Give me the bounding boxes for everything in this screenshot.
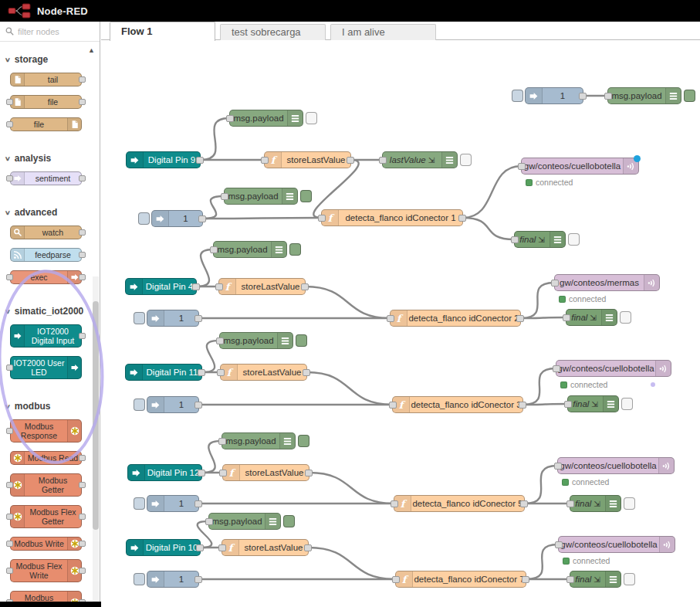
node-final[interactable]: final⇲ bbox=[570, 571, 621, 588]
debug-toggle-button[interactable] bbox=[298, 435, 309, 447]
debug-toggle-button[interactable] bbox=[460, 154, 472, 166]
input-port[interactable] bbox=[261, 157, 269, 164]
output-port[interactable] bbox=[79, 333, 86, 339]
node-digital-pin-11[interactable]: Digital Pin 11 bbox=[125, 364, 202, 381]
wire-df3-fn3[interactable] bbox=[523, 404, 567, 405]
node-gw-conteos-cuellobotella[interactable]: gw/conteos/cuellobotellaconnected bbox=[521, 158, 639, 175]
node-detecta-flanco-idconector-3[interactable]: fdetecta_flanco idConector 3 bbox=[392, 396, 523, 413]
node-1[interactable]: 1 bbox=[147, 495, 199, 512]
wire-inj1-df1[interactable] bbox=[203, 218, 321, 219]
palette-node-iot2000-user-led[interactable]: IOT2000 User LED bbox=[10, 356, 82, 379]
node-1[interactable]: 1 bbox=[147, 396, 199, 413]
scroll-up-icon[interactable]: ▲ bbox=[88, 46, 95, 54]
wire-slv5-df7[interactable] bbox=[309, 548, 395, 579]
output-port[interactable] bbox=[579, 93, 587, 100]
node-msg-payload[interactable]: msg.payload bbox=[224, 188, 298, 205]
debug-toggle-button[interactable] bbox=[306, 112, 317, 124]
tab-i-am-alive[interactable]: I am alive bbox=[330, 24, 436, 40]
palette-category-advanced[interactable]: ∨advanced bbox=[0, 205, 93, 219]
input-port[interactable] bbox=[6, 428, 13, 434]
input-port[interactable] bbox=[566, 576, 574, 583]
input-port[interactable] bbox=[6, 274, 13, 280]
inject-button[interactable] bbox=[134, 497, 145, 510]
output-port[interactable] bbox=[303, 369, 310, 376]
node-storelastvalue[interactable]: fstoreLastValue bbox=[264, 151, 351, 168]
node-final[interactable]: final⇲ bbox=[567, 395, 619, 412]
node-gw-conteos-mermas[interactable]: gw/conteos/mermasconnected bbox=[554, 274, 660, 291]
input-port[interactable] bbox=[226, 115, 234, 122]
palette-node-sentiment[interactable]: sentiment bbox=[10, 171, 82, 185]
input-port[interactable] bbox=[221, 193, 228, 200]
palette-category-storage[interactable]: ∨storage bbox=[0, 53, 93, 66]
tab-test-sobrecarga[interactable]: test sobrecarga bbox=[220, 24, 326, 40]
output-port[interactable] bbox=[79, 514, 86, 520]
output-port[interactable] bbox=[520, 500, 528, 507]
palette-node-tail[interactable]: tail bbox=[10, 73, 82, 86]
palette-node-iot2000-digital-input[interactable]: IOT2000 Digital Input bbox=[10, 324, 82, 348]
input-port[interactable] bbox=[6, 99, 13, 105]
output-port[interactable] bbox=[519, 402, 526, 409]
node-msg-payload[interactable]: msg.payload bbox=[221, 432, 296, 449]
node-digital-pin-12[interactable]: Digital Pin 12 bbox=[127, 464, 202, 481]
output-port[interactable] bbox=[198, 215, 206, 222]
input-port[interactable] bbox=[210, 246, 218, 253]
node-1[interactable]: 1 bbox=[151, 210, 203, 227]
output-port[interactable] bbox=[198, 369, 205, 376]
node-detecta-flanco-idconector-7[interactable]: fdetecta_flanco idConector 7 bbox=[395, 571, 526, 588]
input-port[interactable] bbox=[6, 514, 13, 520]
palette-node-modbus-read[interactable]: Modbus Read bbox=[10, 451, 82, 465]
input-port[interactable] bbox=[6, 121, 13, 127]
output-port[interactable] bbox=[196, 544, 204, 551]
output-port[interactable] bbox=[198, 470, 205, 476]
wire-df1-fn1[interactable] bbox=[463, 218, 514, 239]
output-port[interactable] bbox=[347, 157, 354, 164]
palette-node-modbus-write[interactable]: Modbus Write bbox=[10, 537, 82, 551]
node-1[interactable]: 1 bbox=[147, 571, 199, 588]
input-port[interactable] bbox=[217, 369, 225, 376]
node-msg-payload[interactable]: msg.payload bbox=[607, 87, 681, 104]
node-final[interactable]: final⇲ bbox=[566, 309, 617, 326]
input-port[interactable] bbox=[205, 518, 213, 525]
wire-dp12-mp5[interactable] bbox=[202, 441, 221, 473]
debug-toggle-button[interactable] bbox=[283, 515, 295, 527]
node-lastvalue[interactable]: lastValue⇲ bbox=[382, 151, 458, 168]
node-digital-pin-10[interactable]: Digital Pin 10 bbox=[126, 539, 201, 556]
node-msg-payload[interactable]: msg.payload bbox=[213, 241, 287, 258]
output-port[interactable] bbox=[192, 283, 200, 290]
input-port[interactable] bbox=[387, 315, 394, 322]
node-msg-payload[interactable]: msg.payload bbox=[229, 110, 303, 127]
wire-dp9-mp1[interactable] bbox=[201, 118, 229, 160]
palette-node-file[interactable]: file bbox=[10, 117, 82, 131]
output-port[interactable] bbox=[304, 544, 312, 551]
palette-scrollbar-thumb[interactable] bbox=[93, 301, 99, 530]
output-port[interactable] bbox=[79, 175, 86, 181]
node-final[interactable]: final⇲ bbox=[514, 231, 566, 248]
inject-button[interactable] bbox=[134, 573, 145, 585]
output-port[interactable] bbox=[305, 470, 313, 476]
debug-toggle-button[interactable] bbox=[568, 233, 580, 246]
node-storelastvalue[interactable]: fstoreLastValue bbox=[218, 278, 306, 295]
wire-slv4-df5[interactable] bbox=[309, 473, 394, 504]
output-port[interactable] bbox=[194, 402, 202, 409]
wire-df5-mq4[interactable] bbox=[525, 466, 557, 504]
wire-dp4-mp3[interactable] bbox=[197, 249, 213, 287]
node-detecta-flanco-idconector-2[interactable]: fdetecta_flanco idConector 2 bbox=[390, 310, 521, 327]
debug-toggle-button[interactable] bbox=[620, 311, 631, 324]
output-port[interactable] bbox=[516, 315, 524, 322]
input-port[interactable] bbox=[215, 283, 223, 290]
node-detecta-flanco-idconector-5[interactable]: fdetecta_flanco idConector 5 bbox=[394, 495, 525, 512]
output-port[interactable] bbox=[194, 576, 202, 583]
node-gw-conteos-cuellobotella[interactable]: gw/conteos/cuellobotellaconnected bbox=[558, 536, 675, 553]
node-detecta-flanco-idconector-1[interactable]: fdetecta_flanco idConector 1 bbox=[321, 209, 463, 226]
node-1[interactable]: 1 bbox=[525, 87, 583, 104]
node-gw-conteos-cuellobotella[interactable]: gw/conteos/cuellobotellaconnected bbox=[556, 360, 671, 377]
output-port[interactable] bbox=[79, 99, 86, 105]
input-port[interactable] bbox=[219, 470, 227, 476]
wire-dp11-mp4[interactable] bbox=[202, 341, 219, 372]
palette-node-modbus-getter[interactable]: Modbus Getter bbox=[10, 473, 82, 497]
output-port[interactable] bbox=[522, 576, 529, 583]
palette-node-exec[interactable]: exec bbox=[10, 270, 82, 284]
debug-toggle-button[interactable] bbox=[621, 398, 633, 410]
input-port[interactable] bbox=[511, 236, 519, 243]
input-port[interactable] bbox=[604, 93, 612, 100]
